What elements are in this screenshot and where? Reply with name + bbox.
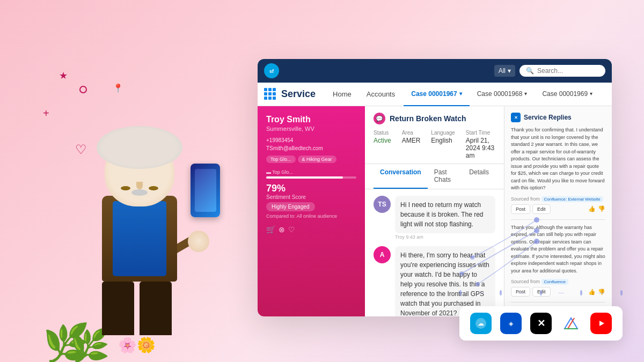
close-circle-icon[interactable]: ⊗ bbox=[279, 225, 285, 234]
line-4 bbox=[598, 293, 604, 293]
tab-1968-chevron: ▾ bbox=[524, 91, 527, 97]
customer-email: TSmith@alliedtech.com bbox=[266, 145, 356, 151]
reply-1-source-label: Sourced from Confluence: External Websit… bbox=[511, 196, 605, 202]
conv-tab-details[interactable]: Details bbox=[463, 164, 495, 189]
conv-tab-past-chats[interactable]: Past Chats bbox=[428, 164, 463, 189]
reply-2-source-badge: Confluence bbox=[541, 279, 568, 285]
phone-card bbox=[191, 164, 220, 217]
einstein-character bbox=[64, 78, 215, 335]
customer-profile-panel: Troy Smith Summersville, WV +19983454 TS… bbox=[258, 106, 365, 316]
search-input[interactable] bbox=[537, 67, 599, 75]
flowers-decoration: 🌸🌼 bbox=[118, 336, 156, 354]
reply-1-actions: Post Edit 👍 👎 bbox=[511, 204, 605, 214]
meta-status: Status Active bbox=[374, 130, 391, 159]
tab-1967-chevron: ▾ bbox=[459, 91, 462, 97]
all-dropdown[interactable]: All ▾ bbox=[494, 65, 515, 77]
progress-fill bbox=[266, 176, 343, 179]
search-icon: 🔍 bbox=[526, 67, 534, 75]
service-replies-title: ✕ Service Replies bbox=[511, 113, 605, 122]
service-replies-icon: ✕ bbox=[511, 113, 521, 122]
avatar-agent-1: A bbox=[374, 246, 391, 263]
dot-1 bbox=[459, 290, 462, 295]
progress-bar bbox=[266, 176, 356, 179]
heart-icon[interactable]: ♡ bbox=[288, 225, 295, 234]
reply-1-edit-button[interactable]: Edit bbox=[532, 204, 551, 214]
app-salesforce-button[interactable]: ☁ bbox=[470, 313, 492, 334]
svg-line-16 bbox=[568, 318, 574, 329]
reply-2-source-label: Sourced from Confluence bbox=[511, 279, 605, 285]
app-jira-button[interactable]: ◈ bbox=[500, 313, 522, 334]
app-x-button[interactable]: ✕ bbox=[530, 313, 552, 334]
line-1 bbox=[478, 293, 484, 293]
nav-item-accounts[interactable]: Accounts bbox=[360, 83, 401, 106]
dot-2 bbox=[500, 290, 502, 295]
line-3 bbox=[558, 293, 564, 293]
svg-text:☁: ☁ bbox=[478, 320, 484, 327]
app-launcher-icon[interactable] bbox=[264, 88, 277, 101]
meta-language: Language English bbox=[431, 130, 455, 159]
meta-start-time: Start Time April 21, 2024 9:43 am bbox=[466, 130, 495, 159]
divider-2 bbox=[511, 302, 605, 302]
customer-location: Summersville, WV bbox=[266, 125, 356, 132]
reply-1-thumbs: 👍 👎 bbox=[588, 204, 605, 214]
conversation-panel: 💬 Return Broken Watch Status Active Area… bbox=[365, 106, 504, 316]
case-title-row: 💬 Return Broken Watch bbox=[374, 113, 495, 124]
message-time-1: Troy 9:43 am bbox=[395, 234, 495, 240]
divider-1 bbox=[511, 219, 605, 220]
cart-icon[interactable]: 🛒 bbox=[266, 225, 275, 234]
reply-1-thumbdown-button[interactable]: 👎 bbox=[598, 204, 605, 214]
tab-case-1968[interactable]: Case 00001968 ▾ bbox=[470, 83, 535, 106]
tab-case-1967[interactable]: Case 00001967 ▾ bbox=[404, 83, 469, 106]
case-meta: Status Active Area AMER Language English… bbox=[374, 130, 495, 159]
salesforce-logo: sf bbox=[264, 63, 279, 78]
progress-section: ▬ Top Glo... bbox=[266, 169, 356, 179]
conv-tab-conversation[interactable]: Conversation bbox=[374, 164, 428, 189]
svg-text:◈: ◈ bbox=[509, 320, 514, 327]
profile-action-icons: 🛒 ⊗ ♡ bbox=[266, 225, 356, 234]
engagement-badge: Highly Engaged bbox=[266, 202, 315, 211]
sentiment-score: 79% bbox=[266, 183, 356, 194]
app-youtube-button[interactable] bbox=[590, 313, 612, 334]
dot-5 bbox=[620, 290, 623, 295]
message-1: TS Hi I need to return my watch because … bbox=[374, 196, 495, 240]
messages-area: TS Hi I need to return my watch because … bbox=[365, 189, 504, 316]
meta-area: Area AMER bbox=[402, 130, 421, 159]
svg-text:sf: sf bbox=[269, 69, 274, 74]
search-box[interactable]: 🔍 bbox=[519, 65, 605, 77]
reply-1-text: Thank you for confirming that. I underst… bbox=[511, 127, 605, 192]
conversation-tabs: Conversation Past Chats Details bbox=[365, 164, 504, 189]
salesforce-window: sf All ▾ 🔍 Service Home Accounts bbox=[258, 59, 612, 316]
tag-1: Top Glo... bbox=[266, 156, 296, 163]
app-drive-button[interactable] bbox=[560, 313, 582, 334]
dot-3 bbox=[540, 290, 542, 295]
tab-case-1969[interactable]: Case 00001969 ▾ bbox=[535, 83, 600, 106]
all-label: All bbox=[499, 67, 506, 75]
dot-4 bbox=[580, 290, 582, 295]
right-panel: ✕ Service Replies Thank you for confirmi… bbox=[504, 106, 612, 316]
search-area: All ▾ 🔍 bbox=[494, 65, 605, 77]
topbar: sf All ▾ 🔍 bbox=[258, 59, 612, 83]
reply-1-source-badge: Confluence: External Website bbox=[541, 196, 603, 202]
avatar-customer-1: TS bbox=[374, 196, 391, 213]
case-title: Return Broken Watch bbox=[390, 114, 466, 123]
bottom-app-bar: ☁ ◈ ✕ bbox=[459, 306, 623, 341]
line-2 bbox=[518, 293, 524, 293]
svg-text:✕: ✕ bbox=[514, 115, 518, 120]
tab-1969-chevron: ▾ bbox=[590, 91, 592, 97]
customer-tags: Top Glo... & Hiking Gear bbox=[266, 156, 356, 163]
customer-phone: +19983454 bbox=[266, 137, 356, 143]
reply-2-text: Thank you. Although the warranty has exp… bbox=[511, 224, 605, 275]
tag-2: & Hiking Gear bbox=[298, 156, 336, 163]
navbar: Service Home Accounts Case 00001967 ▾ Ca… bbox=[258, 83, 612, 106]
message-content-1: Hi I need to return my watch because it … bbox=[395, 196, 495, 240]
connection-dots-row bbox=[459, 290, 623, 295]
case-header: 💬 Return Broken Watch Status Active Area… bbox=[365, 106, 504, 164]
nav-item-home[interactable]: Home bbox=[326, 83, 358, 106]
score-label: Sentiment Score bbox=[266, 194, 356, 200]
content-area: Troy Smith Summersville, WV +19983454 TS… bbox=[258, 106, 612, 316]
reply-1-post-button[interactable]: Post bbox=[511, 204, 530, 214]
message-text-1: Hi I need to return my watch because it … bbox=[395, 196, 495, 233]
plus-decor-1: + bbox=[43, 107, 49, 120]
reply-1-thumbup-button[interactable]: 👍 bbox=[588, 204, 596, 214]
score-section: 79% Sentiment Score Highly Engaged Compa… bbox=[266, 183, 356, 219]
